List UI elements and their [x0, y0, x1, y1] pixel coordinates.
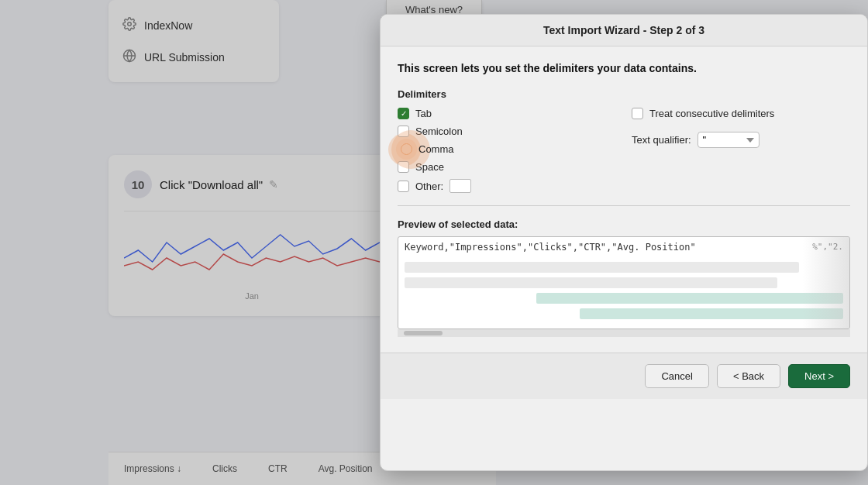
tab-delimiter-row[interactable]: Tab	[398, 108, 624, 119]
preview-area: Keyword,"Impressions","Clicks","CTR","Av…	[398, 236, 850, 329]
space-label: Space	[415, 161, 444, 173]
semicolon-checkbox[interactable]	[398, 126, 409, 137]
other-input[interactable]	[450, 179, 471, 193]
preview-blurred-rows	[398, 257, 849, 324]
semicolon-delimiter-row[interactable]: Semicolon	[398, 126, 624, 137]
text-qualifier-label: Text qualifier:	[632, 134, 691, 146]
modal-title: Text Import Wizard - Step 2 of 3	[381, 15, 867, 46]
other-delimiter-row[interactable]: Other:	[398, 179, 624, 193]
preview-horizontal-scrollbar[interactable]	[398, 329, 850, 337]
text-import-wizard-dialog: Text Import Wizard - Step 2 of 3 This sc…	[380, 14, 868, 471]
modal-body: This screen lets you set the delimiters …	[381, 46, 867, 353]
scrollbar-thumb[interactable]	[404, 331, 443, 335]
delimiter-left-col: Tab Semicolon Comma Space	[398, 108, 624, 193]
delimiters-section-label: Delimiters	[398, 88, 850, 100]
comma-delimiter-row[interactable]: Comma	[398, 143, 624, 155]
space-checkbox[interactable]	[398, 161, 409, 173]
modal-footer: Cancel < Back Next >	[381, 353, 867, 399]
text-qualifier-select[interactable]: " ' {none}	[698, 132, 760, 148]
text-qualifier-row: Text qualifier: " ' {none}	[632, 132, 850, 148]
treat-consecutive-label: Treat consecutive delimiters	[649, 108, 774, 119]
treat-consecutive-row[interactable]: Treat consecutive delimiters	[632, 108, 850, 119]
blurred-row-1	[405, 262, 799, 273]
preview-overflow-text: %","2.	[812, 242, 843, 252]
back-button[interactable]: < Back	[717, 364, 780, 388]
other-checkbox[interactable]	[398, 181, 409, 192]
blurred-row-3	[536, 293, 843, 304]
preview-first-row: Keyword,"Impressions","Clicks","CTR","Av…	[398, 237, 849, 257]
tab-checkbox[interactable]	[398, 108, 409, 119]
space-delimiter-row[interactable]: Space	[398, 161, 624, 173]
divider	[398, 205, 850, 206]
tab-label: Tab	[415, 108, 432, 119]
blurred-row-2	[405, 277, 777, 288]
other-label: Other:	[415, 181, 443, 192]
delimiters-grid: Tab Semicolon Comma Space	[398, 108, 850, 193]
treat-consecutive-checkbox[interactable]	[632, 108, 643, 119]
next-button[interactable]: Next >	[788, 364, 850, 388]
preview-label: Preview of selected data:	[398, 218, 850, 230]
semicolon-label: Semicolon	[415, 126, 463, 137]
comma-radio[interactable]	[401, 143, 412, 155]
delimiter-right-col: Treat consecutive delimiters Text qualif…	[624, 108, 850, 193]
modal-description: This screen lets you set the delimiters …	[398, 62, 850, 74]
comma-label: Comma	[418, 143, 454, 155]
cancel-button[interactable]: Cancel	[645, 364, 708, 388]
